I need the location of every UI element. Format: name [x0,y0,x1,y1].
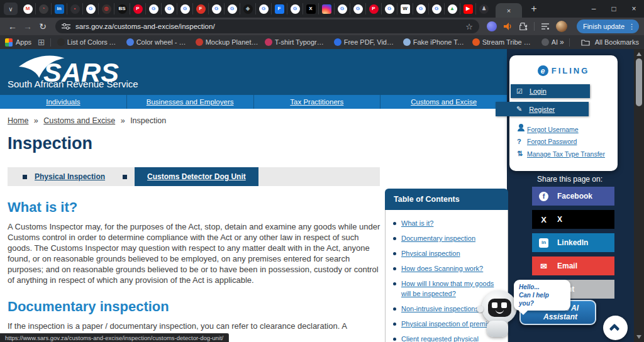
pinned-tab[interactable]: G [350,3,366,14]
active-tab[interactable]: × [496,3,522,18]
pinned-tab[interactable]: W [397,3,413,14]
pinned-tab[interactable]: G [162,3,177,14]
scroll-to-top-button[interactable] [603,316,628,340]
tab-bullet-icon [23,175,27,179]
pinned-tab[interactable]: F [272,3,287,14]
toc-link[interactable]: Documentary inspection [401,234,475,242]
pinned-tab[interactable] [319,3,335,14]
tab-list-icon[interactable] [540,21,550,31]
toc-item[interactable]: What is it? [393,219,502,229]
site-settings-icon[interactable] [62,23,70,30]
pinned-tab[interactable]: G [225,3,240,14]
breadcrumb-section-link[interactable]: Customs and Excise [43,116,115,125]
toc-item[interactable]: Documentary inspection [393,234,502,244]
pinned-tab[interactable]: ◆ [240,3,256,14]
pinned-tab[interactable]: • [67,3,83,14]
efiling-link[interactable]: ⇅ Manage Tax Type Transfer [517,150,605,158]
close-button[interactable]: × [624,0,644,18]
forward-icon[interactable]: → [20,21,35,31]
bookmark-item[interactable]: Mockup Planet - Gr... [196,38,258,46]
new-tab-button[interactable]: + [526,1,542,17]
toc-item[interactable]: Physical inspection [393,249,502,259]
pinned-tab[interactable]: ◔ [36,3,52,14]
pinned-tab[interactable]: G [146,3,162,14]
bookmark-item[interactable]: Color wheel - color... [126,38,189,46]
pinned-tab[interactable]: ▲ [445,3,460,14]
pinned-tab[interactable]: ▶ [460,3,476,14]
nav-item[interactable]: Tax Practitioners [253,95,380,109]
minimize-button[interactable]: – [584,0,604,18]
login-button[interactable]: ☑ Login [511,84,590,98]
bookmark-item[interactable]: Free PDF, Video, Im... [334,38,397,46]
pinned-tab[interactable]: in [52,3,67,14]
pinned-tab[interactable]: P [130,3,146,14]
toc-link[interactable]: Non-intrusive inspections [401,305,479,312]
nav-item[interactable]: Businesses and Employers [126,95,253,109]
pinned-tab[interactable]: G [83,3,99,14]
scrollbar-down-icon[interactable] [636,335,641,339]
pinned-tab[interactable]: G [429,3,445,14]
share-button[interactable]: ✉ Email [532,256,614,275]
apps-grid-icon[interactable] [5,38,13,47]
breadcrumb-separator: » [121,116,125,125]
page-scrollbar[interactable] [634,49,644,342]
apps-label[interactable]: Apps [16,38,31,46]
pinned-tab[interactable]: G [256,3,272,14]
efiling-link[interactable]: ? Forgot Password [517,138,605,145]
tab-physical-inspection[interactable]: Physical Inspection [35,172,105,181]
toc-link[interactable]: Client requested physical inspection ser… [401,335,479,342]
tab-close-icon[interactable]: × [507,7,511,14]
tab-scroll-chevron-icon[interactable]: ∨ [4,3,18,15]
efiling-link[interactable]: Forgot Username [517,126,605,133]
scrollbar-up-icon[interactable] [636,52,641,56]
pinned-tab[interactable]: P [366,3,382,14]
pinned-tab[interactable]: G [413,3,429,14]
pinned-tab[interactable]: ♟ [476,3,492,14]
share-button[interactable]: f Facebook [532,187,614,206]
tab-customs-detector-dog-unit[interactable]: Customs Detector Dog Unit [135,167,258,186]
chrome-menu-icon[interactable]: ⋮ [628,23,635,31]
extension-icon[interactable] [487,21,497,31]
pinned-tab[interactable]: G [287,3,303,14]
toc-link[interactable]: What is it? [401,219,433,227]
toc-item[interactable]: How does Scanning work? [393,264,502,274]
nav-item[interactable]: Individuals [0,95,126,109]
bookmarks-overflow-icon[interactable]: » [560,38,564,47]
share-button[interactable]: X X [532,210,614,229]
grid-icon[interactable]: ⊞ [38,37,45,47]
pinned-tab[interactable]: G [382,3,397,14]
bookmark-item[interactable]: List of Colors A to Z... [57,38,120,46]
bookmark-item[interactable]: Fake iPhone Text Ge... [403,38,466,46]
finish-update-button[interactable]: Finish update ⋮ [577,19,639,33]
register-button[interactable]: ✎ Register [496,102,589,116]
extensions-puzzle-icon[interactable] [518,21,528,31]
maximize-button[interactable]: □ [604,0,624,18]
nav-item[interactable]: Customs and Excise [380,95,507,109]
toc-link[interactable]: How does Scanning work? [401,265,483,272]
bookmark-item[interactable]: T-shirt Typography... [265,38,328,46]
profile-avatar[interactable] [556,21,567,32]
bookmark-item[interactable]: AI Image Generator... [541,38,560,46]
address-bar[interactable]: sars.gov.za/customs-and-excise/inspectio… [55,19,479,33]
site-tagline: South African Revenue Service [8,79,138,89]
reload-icon[interactable]: ↻ [35,21,50,31]
pinned-tab[interactable]: F [193,3,209,14]
pinned-tab[interactable]: X [303,3,319,14]
bookmark-star-icon[interactable]: ☆ [465,22,473,31]
pinned-tab[interactable]: M [20,3,36,14]
scrollbar-thumb[interactable] [636,58,642,106]
pinned-tab[interactable]: G [335,3,350,14]
efiling-link-label: Forgot Password [527,138,577,145]
pinned-tab[interactable]: G [209,3,225,14]
all-bookmarks-label[interactable]: All Bookmarks [595,38,639,46]
bookmark-item[interactable]: Stream Tribe Of Jud... [472,38,535,46]
pinned-tab[interactable]: ◎ [99,3,114,14]
breadcrumb-home-link[interactable]: Home [8,116,28,125]
back-icon[interactable]: ← [5,21,20,31]
speaker-extension-icon[interactable] [502,21,513,31]
pinned-tab[interactable]: BS [114,3,130,14]
url-text[interactable]: sars.gov.za/customs-and-excise/inspectio… [75,23,460,30]
pinned-tab[interactable]: G [177,3,193,14]
share-button[interactable]: in LinkedIn [532,233,614,252]
toc-link[interactable]: Physical inspection [401,250,460,257]
